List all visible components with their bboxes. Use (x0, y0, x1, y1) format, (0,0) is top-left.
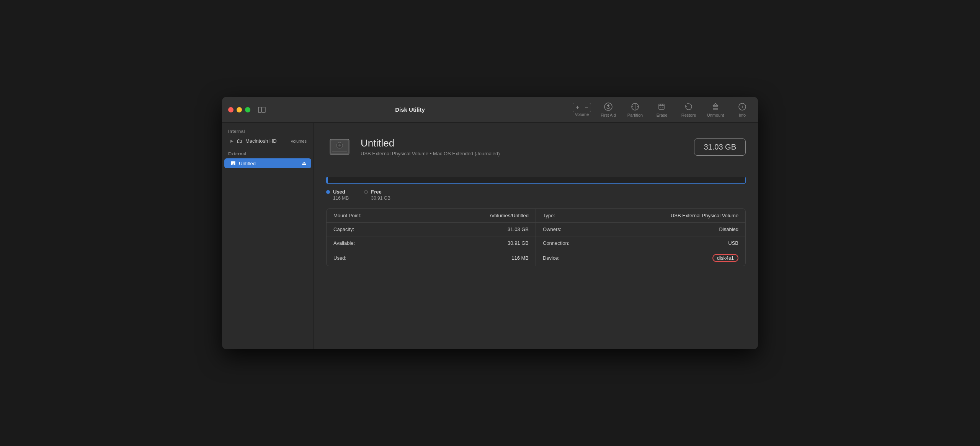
first-aid-label: First Aid (601, 113, 616, 117)
used-detail-label: Used: (333, 255, 346, 261)
owners-label: Owners: (543, 226, 561, 232)
free-label: Free (371, 189, 381, 195)
disk-bar-container (326, 177, 746, 184)
connection-row: Connection: USB (536, 236, 745, 250)
device-value-circled: disk4s1 (712, 254, 738, 262)
sidebar-item-untitled[interactable]: 🖪 Untitled ⏏ (224, 158, 311, 168)
unmount-label: Unmount (707, 113, 724, 117)
device-value: disk4s1 (712, 254, 738, 262)
close-button[interactable] (228, 107, 234, 112)
first-aid-button[interactable]: First Aid (599, 102, 618, 117)
type-row: Type: USB External Physical Volume (536, 209, 745, 223)
partition-label: Partition (627, 113, 643, 117)
drive-name: Untitled (361, 137, 686, 149)
sidebar-item-macintosh-hd[interactable]: ▶ 🗂 Macintosh HD volumes (224, 136, 311, 146)
capacity-row: Capacity: 31.03 GB (327, 223, 536, 236)
bar-section: Used 116 MB Free 30.91 GB (326, 177, 746, 201)
untitled-label: Untitled (239, 161, 299, 166)
mount-point-row: Mount Point: /Volumes/Untitled (327, 209, 536, 223)
sidebar: Internal ▶ 🗂 Macintosh HD volumes Extern… (222, 123, 314, 349)
macintosh-hd-label: Macintosh HD (245, 138, 288, 144)
mount-point-label: Mount Point: (333, 213, 361, 218)
unmount-button[interactable]: Unmount (706, 102, 725, 117)
external-section-label: External (222, 150, 314, 158)
usb-drive-icon: 🖪 (230, 160, 236, 166)
toolbar: Disk Utility + − Volume First Aid (222, 97, 758, 123)
device-row: Device: disk4s1 (536, 250, 745, 266)
type-label: Type: (543, 213, 555, 218)
svg-point-5 (742, 105, 743, 105)
device-label: Device: (543, 255, 559, 261)
disk-bar-used (327, 177, 328, 183)
chevron-right-icon: ▶ (230, 139, 234, 143)
used-label-item: Used 116 MB (326, 189, 349, 201)
drive-header: Untitled USB External Physical Volume • … (326, 133, 746, 168)
minimize-button[interactable] (237, 107, 242, 112)
partition-button[interactable]: Partition (626, 102, 645, 117)
macintosh-hd-icon: 🗂 (237, 138, 242, 144)
bar-labels: Used 116 MB Free 30.91 GB (326, 189, 746, 201)
drive-icon (328, 135, 351, 158)
drive-subtitle: USB External Physical Volume • Mac OS Ex… (361, 151, 686, 156)
remove-volume-button[interactable]: − (582, 103, 591, 112)
disk-utility-window: Disk Utility + − Volume First Aid (222, 97, 758, 349)
available-label: Available: (333, 240, 355, 246)
details-grid: Mount Point: /Volumes/Untitled Type: USB… (326, 208, 746, 266)
main-layout: Internal ▶ 🗂 Macintosh HD volumes Extern… (222, 123, 758, 349)
free-value: 30.91 GB (364, 195, 390, 201)
volume-label: Volume (575, 112, 589, 117)
connection-value: USB (728, 240, 738, 246)
svg-rect-3 (659, 104, 664, 109)
capacity-label: Capacity: (333, 226, 354, 232)
owners-row: Owners: Disabled (536, 223, 745, 236)
restore-button[interactable]: Restore (679, 102, 698, 117)
drive-icon-wrap (326, 133, 353, 160)
owners-value: Disabled (719, 226, 738, 232)
free-dot (364, 190, 368, 194)
internal-section-label: Internal (222, 127, 314, 136)
info-button[interactable]: Info (733, 102, 752, 117)
used-row: Used: 116 MB (327, 250, 536, 266)
main-content: Untitled USB External Physical Volume • … (314, 123, 758, 349)
restore-label: Restore (681, 113, 696, 117)
eject-icon[interactable]: ⏏ (302, 160, 307, 166)
used-detail-value: 116 MB (511, 255, 529, 261)
volume-group: + − Volume (573, 103, 591, 117)
used-label: Used (333, 189, 345, 195)
drive-size-badge: 31.03 GB (694, 138, 746, 156)
available-row: Available: 30.91 GB (327, 236, 536, 250)
svg-rect-9 (332, 151, 347, 151)
free-label-item: Free 30.91 GB (364, 189, 390, 201)
drive-info: Untitled USB External Physical Volume • … (361, 137, 686, 156)
erase-button[interactable]: Erase (652, 102, 671, 117)
add-volume-button[interactable]: + (573, 103, 582, 112)
mount-point-value: /Volumes/Untitled (490, 213, 529, 218)
toolbar-actions: + − Volume First Aid P (573, 102, 752, 117)
erase-label: Erase (657, 113, 668, 117)
info-label: Info (739, 113, 746, 117)
macintosh-hd-sublabel: volumes (291, 139, 307, 143)
available-value: 30.91 GB (508, 240, 529, 246)
used-value: 116 MB (326, 195, 349, 201)
capacity-value: 31.03 GB (508, 226, 529, 232)
connection-label: Connection: (543, 240, 569, 246)
used-dot (326, 190, 330, 194)
svg-point-11 (338, 144, 341, 146)
app-title: Disk Utility (247, 106, 573, 113)
type-value: USB External Physical Volume (671, 213, 738, 218)
